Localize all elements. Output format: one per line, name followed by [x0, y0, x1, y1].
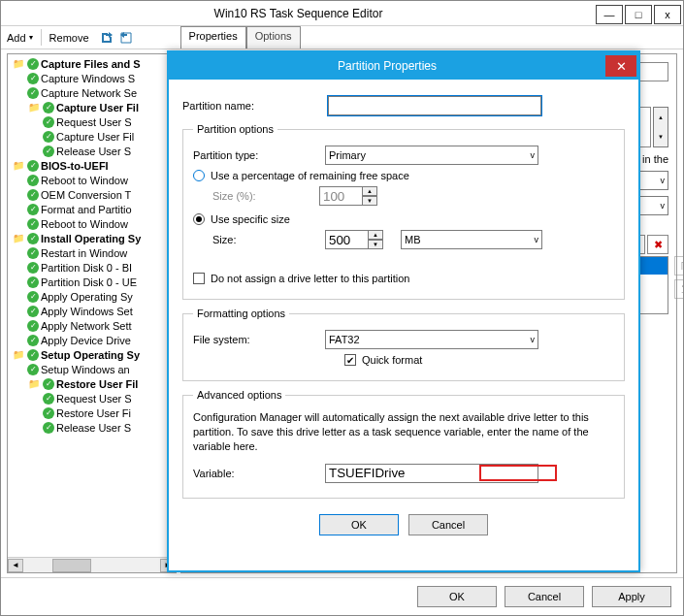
tree-group[interactable]: 📁✓BIOS-to-UEFI — [10, 158, 174, 173]
tree-step[interactable]: ✓Restart in Window — [10, 245, 174, 260]
minimize-button[interactable]: — — [596, 5, 623, 24]
check-icon: ✓ — [27, 160, 39, 172]
size-spinner[interactable]: ▲▼ — [325, 230, 383, 249]
check-icon: ✓ — [27, 247, 39, 259]
tree-label: Setup Windows an — [41, 364, 130, 375]
tree-step[interactable]: ✓OEM Conversion T — [10, 187, 174, 202]
tree-step[interactable]: ✓Apply Device Drive — [10, 333, 174, 347]
tree-step[interactable]: ✓Reboot to Window — [10, 216, 174, 231]
quick-format-checkbox[interactable]: ✔ — [344, 354, 356, 366]
main-apply-button[interactable]: Apply — [592, 586, 671, 607]
tree-step[interactable]: ✓Apply Network Sett — [10, 318, 174, 333]
no-drive-letter-checkbox[interactable] — [193, 273, 205, 284]
chevron-down-icon: v — [661, 176, 666, 185]
use-specific-size-radio[interactable] — [193, 213, 205, 225]
scroll-thumb[interactable] — [52, 559, 91, 572]
maximize-button[interactable]: □ — [625, 5, 652, 24]
tree-step[interactable]: ✓Apply Operating Sy — [10, 289, 174, 304]
tree-label: Capture User Fil — [56, 102, 139, 113]
tree-step[interactable]: ✓Release User S — [10, 144, 174, 158]
tree-label: BIOS-to-UEFI — [41, 160, 109, 172]
tree-group[interactable]: 📁✓Install Operating Sy — [10, 231, 174, 245]
main-footer: OK Cancel Apply — [1, 577, 683, 615]
tree-panel[interactable]: 📁✓Capture Files and S✓Capture Windows S✓… — [7, 53, 177, 573]
dialog-cancel-button[interactable]: Cancel — [408, 514, 488, 535]
check-icon: ✓ — [27, 306, 39, 317]
check-icon: ✓ — [27, 364, 39, 375]
tree-step[interactable]: ✓Capture User Fil — [10, 129, 174, 144]
size-label: Size: — [193, 234, 325, 245]
check-icon: ✓ — [27, 87, 39, 99]
tree-group[interactable]: 📁✓Setup Operating Sy — [10, 347, 174, 362]
tree-label: Request User S — [56, 116, 132, 128]
delete-item-button[interactable]: ✖ — [647, 235, 668, 254]
dialog-ok-button[interactable]: OK — [319, 514, 399, 535]
formatting-options-group: Formatting options File system: FAT32v ✔… — [182, 308, 625, 381]
tree-step[interactable]: ✓Reboot to Window — [10, 173, 174, 187]
scroll-left-icon[interactable]: ◄ — [8, 559, 23, 572]
down-icon[interactable]: ▼ — [368, 240, 383, 249]
tree-group[interactable]: 📁✓Capture User Fil — [10, 100, 174, 114]
tree-step[interactable]: ✓Restore User Fi — [10, 405, 174, 420]
tree-step[interactable]: ✓Format and Partitio — [10, 202, 174, 216]
size-unit-select[interactable]: MBv — [401, 230, 542, 249]
up-icon[interactable]: ▲ — [654, 108, 668, 127]
remove-button[interactable]: Remove — [44, 26, 95, 49]
tree-label: Restore User Fi — [56, 407, 131, 419]
tree-label: Restart in Window — [41, 247, 127, 259]
variable-input[interactable] — [325, 464, 538, 483]
tree-step[interactable]: ✓Capture Network Se — [10, 85, 174, 100]
tree-step[interactable]: ✓Request User S — [10, 114, 174, 129]
tree-group[interactable]: 📁✓Restore User Fil — [10, 376, 174, 391]
add-button[interactable]: Add▾ — [1, 26, 39, 49]
no-drive-letter-label: Do not assign a drive letter to this par… — [211, 273, 409, 284]
import-icon[interactable] — [118, 30, 134, 46]
partition-name-input[interactable] — [328, 96, 541, 115]
move-up-button[interactable]: ⇱ — [674, 256, 683, 276]
tab-options[interactable]: Options — [246, 26, 301, 49]
dialog-titlebar: Partition Properties ✕ — [169, 52, 638, 80]
tab-properties[interactable]: Properties — [180, 26, 246, 49]
file-system-select[interactable]: FAT32v — [325, 330, 538, 349]
up-icon[interactable]: ▲ — [368, 230, 383, 240]
titlebar: Win10 RS Task Sequence Editor — □ x — [1, 1, 683, 26]
tree-label: Capture Windows S — [41, 73, 135, 84]
tree-label: Apply Device Drive — [41, 335, 131, 346]
use-percentage-radio[interactable] — [193, 170, 205, 181]
tree-step[interactable]: ✓Partition Disk 0 - UE — [10, 275, 174, 289]
remove-label: Remove — [49, 32, 89, 44]
dialog-close-button[interactable]: ✕ — [605, 55, 636, 77]
check-icon: ✓ — [27, 175, 39, 186]
check-icon: ✓ — [43, 146, 54, 157]
partition-properties-dialog: Partition Properties ✕ Partition name: P… — [167, 50, 640, 572]
size-input[interactable] — [325, 230, 368, 249]
partition-type-value: Primary — [329, 149, 366, 161]
tree-step[interactable]: ✓Setup Windows an — [10, 362, 174, 376]
tree-label: Partition Disk 0 - UE — [41, 276, 137, 288]
down-icon[interactable]: ▼ — [654, 127, 668, 146]
tabstrip: Properties Options — [180, 26, 301, 49]
dialog-title: Partition Properties — [169, 59, 605, 73]
close-button[interactable]: x — [654, 5, 681, 24]
variable-label: Variable: — [193, 468, 325, 479]
chevron-down-icon: v — [531, 335, 536, 344]
tree-step[interactable]: ✓Apply Windows Set — [10, 304, 174, 318]
tree-scrollbar-horizontal[interactable]: ◄ ► — [8, 557, 176, 572]
import-icon: ⇲ — [681, 283, 684, 296]
check-icon: ✓ — [27, 320, 39, 332]
tree-step[interactable]: ✓Request User S — [10, 391, 174, 405]
partition-type-select[interactable]: Primaryv — [325, 146, 538, 165]
tree-step[interactable]: ✓Capture Windows S — [10, 71, 174, 85]
tree-group[interactable]: 📁✓Capture Files and S — [10, 56, 174, 71]
move-down-button[interactable]: ⇲ — [674, 279, 683, 299]
check-icon: ✓ — [43, 378, 54, 390]
check-icon: ✓ — [27, 291, 39, 303]
tree-step[interactable]: ✓Partition Disk 0 - BI — [10, 260, 174, 275]
partition-options-group: Partition options Partition type: Primar… — [182, 123, 625, 300]
export-icon[interactable] — [99, 30, 114, 46]
folder-icon: 📁 — [12, 232, 25, 245]
main-ok-button[interactable]: OK — [417, 586, 497, 607]
tree-label: Apply Operating Sy — [41, 291, 133, 303]
main-cancel-button[interactable]: Cancel — [505, 586, 584, 607]
tree-step[interactable]: ✓Release User S — [10, 420, 174, 435]
